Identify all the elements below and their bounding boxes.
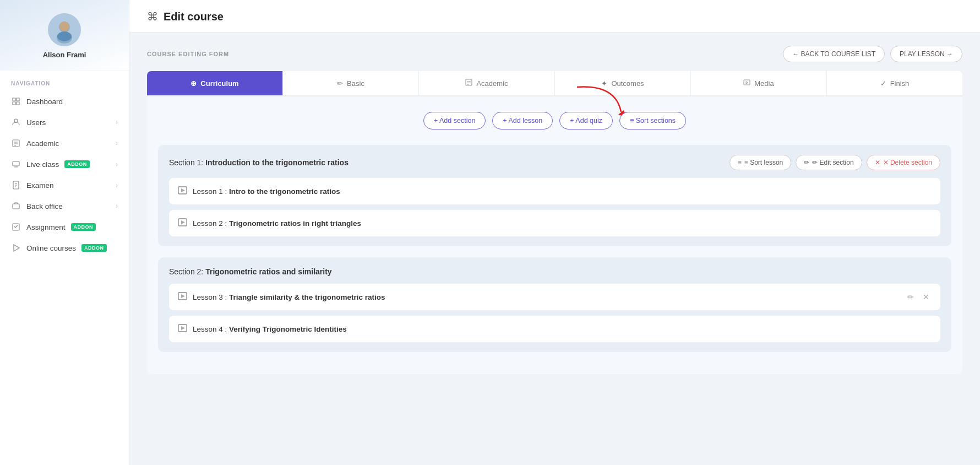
section-2-label: Section 2: <box>169 267 205 276</box>
sidebar-item-examen[interactable]: Examen › <box>0 175 129 196</box>
edit-section-button-s1[interactable]: ✏ ✏ Edit section <box>796 155 862 170</box>
header-buttons: ← BACK TO COURSE LIST PLAY LESSON → <box>783 46 962 62</box>
tab-academic[interactable]: Academic <box>419 71 555 95</box>
back-office-icon <box>11 201 21 211</box>
sort-sections-button[interactable]: ≡ Sort sections <box>619 112 686 129</box>
lesson-1-label: Lesson 1 : <box>193 187 229 196</box>
section-1-label: Section 1: <box>169 158 205 167</box>
lesson-2-title: Trigonometric ratios in right triangles <box>229 219 361 228</box>
lesson-4-title: Verifying Trigonometric Identities <box>229 325 347 333</box>
online-courses-badge: addon <box>81 244 107 252</box>
live-class-icon <box>11 159 21 169</box>
delete-section-button-s1[interactable]: ✕ ✕ Delete section <box>867 155 940 170</box>
sidebar-item-label-dashboard: Dashboard <box>26 98 63 106</box>
sidebar-header: Alison Frami <box>0 0 129 71</box>
lesson-3-edit-button[interactable]: ✏ <box>905 291 916 302</box>
edit-section-label-s1: ✏ Edit section <box>812 159 853 166</box>
svg-marker-19 <box>181 294 185 298</box>
page-header: ⌘ Edit course <box>129 0 980 33</box>
sidebar-item-online-courses[interactable]: Online courses addon <box>0 237 129 258</box>
sidebar-item-assignment[interactable]: Assignment addon <box>0 217 129 237</box>
tab-media-label: Media <box>754 79 774 88</box>
sort-lesson-label-s1: ≡ Sort lesson <box>744 159 783 166</box>
lesson-1-text: Lesson 1 : Intro to the trigonometric ra… <box>193 187 932 196</box>
curriculum-tab-icon: ⊕ <box>190 79 197 88</box>
svg-point-2 <box>59 21 69 31</box>
sidebar-item-back-office[interactable]: Back office › <box>0 196 129 217</box>
sort-lesson-icon-s1: ≡ <box>738 159 742 166</box>
tab-curriculum[interactable]: ⊕ Curriculum <box>147 71 283 95</box>
section-1-title: Section 1: Introduction to the trigonome… <box>169 158 349 167</box>
finish-tab-icon: ✓ <box>880 79 886 88</box>
svg-marker-15 <box>181 188 185 192</box>
add-lesson-button[interactable]: + Add lesson <box>492 112 553 129</box>
lesson-3-delete-button[interactable]: ✕ <box>921 291 932 302</box>
action-buttons: + Add section + Add lesson + Add quiz ≡ … <box>158 112 951 129</box>
section-2-title-text: Trigonometric ratios and similarity <box>205 267 332 276</box>
tab-content-curriculum: + Add section + Add lesson + Add quiz ≡ … <box>147 96 962 374</box>
basic-tab-icon: ✏ <box>337 79 343 88</box>
tab-outcomes[interactable]: ✦ Outcomes <box>555 71 691 95</box>
sidebar-item-label-academic: Academic <box>26 139 59 148</box>
edit-section-icon-s1: ✏ <box>804 159 809 166</box>
back-to-course-list-button[interactable]: ← BACK TO COURSE LIST <box>783 46 885 62</box>
sidebar-item-live-class[interactable]: Live class addon › <box>0 154 129 175</box>
academic-tab-icon <box>465 79 472 88</box>
delete-section-label-s1: ✕ Delete section <box>883 159 932 166</box>
nav-label: NAVIGATION <box>0 71 129 91</box>
online-courses-icon <box>11 243 21 253</box>
svg-rect-12 <box>744 80 750 85</box>
sort-lesson-button-s1[interactable]: ≡ ≡ Sort lesson <box>729 155 791 170</box>
section-card-2: Section 2: Trigonometric ratios and simi… <box>158 257 951 352</box>
play-lesson-button[interactable]: PLAY LESSON → <box>890 46 962 62</box>
sidebar-item-label-online-courses: Online courses <box>26 244 76 252</box>
tab-media[interactable]: Media <box>691 71 827 95</box>
lesson-item-1: Lesson 1 : Intro to the trigonometric ra… <box>169 178 940 204</box>
svg-rect-8 <box>13 204 19 209</box>
academic-icon <box>11 138 21 148</box>
sidebar-item-academic[interactable]: Academic › <box>0 133 129 154</box>
tab-finish-label: Finish <box>890 79 910 88</box>
content-area: COURSE EDITING FORM ← BACK TO COURSE LIS… <box>129 33 980 465</box>
main-content: ⌘ Edit course COURSE EDITING FORM ← BACK… <box>129 0 980 465</box>
svg-point-3 <box>57 31 72 41</box>
svg-rect-6 <box>13 161 19 166</box>
section-2-header: Section 2: Trigonometric ratios and simi… <box>169 267 940 276</box>
user-name: Alison Frami <box>43 51 86 59</box>
section-1-actions: ≡ ≡ Sort lesson ✏ ✏ Edit section ✕ ✕ Del… <box>729 155 940 170</box>
delete-section-icon-s1: ✕ <box>875 159 880 166</box>
sidebar-item-dashboard[interactable]: Dashboard <box>0 91 129 112</box>
tab-basic-label: Basic <box>347 79 364 88</box>
sidebar: Alison Frami NAVIGATION Dashboard Users … <box>0 0 129 465</box>
sidebar-item-users[interactable]: Users › <box>0 112 129 133</box>
add-section-button[interactable]: + Add section <box>423 112 486 129</box>
sidebar-item-label-live-class: Live class <box>26 160 59 169</box>
outcomes-tab-icon: ✦ <box>601 79 607 88</box>
section-1-header: Section 1: Introduction to the trigonome… <box>169 155 940 170</box>
sidebar-item-label-back-office: Back office <box>26 202 63 210</box>
users-arrow-icon: › <box>116 119 118 126</box>
sidebar-item-label-assignment: Assignment <box>26 223 66 231</box>
lesson-2-text: Lesson 2 : Trigonometric ratios in right… <box>193 219 932 228</box>
examen-arrow-icon: › <box>116 182 118 188</box>
edit-course-icon: ⌘ <box>147 10 158 23</box>
course-form-label: COURSE EDITING FORM <box>147 51 229 57</box>
action-row-container: + Add section + Add lesson + Add quiz ≡ … <box>158 112 951 129</box>
live-class-badge: addon <box>64 160 90 168</box>
lesson-3-label: Lesson 3 : <box>193 293 229 301</box>
lesson-item-2: Lesson 2 : Trigonometric ratios in right… <box>169 210 940 236</box>
examen-icon <box>11 180 21 190</box>
svg-marker-10 <box>14 245 19 251</box>
svg-marker-21 <box>181 326 185 330</box>
sidebar-item-label-examen: Examen <box>26 181 54 190</box>
lesson-3-text: Lesson 3 : Triangle similarity & the tri… <box>193 293 900 301</box>
lesson-3-icon <box>178 291 187 302</box>
lesson-1-title: Intro to the trigonometric ratios <box>229 187 340 196</box>
tab-finish[interactable]: ✓ Finish <box>827 71 962 95</box>
tab-basic[interactable]: ✏ Basic <box>283 71 419 95</box>
add-quiz-button[interactable]: + Add quiz <box>559 112 613 129</box>
lesson-2-icon <box>178 218 187 229</box>
users-icon <box>11 117 21 127</box>
dashboard-icon <box>11 96 21 106</box>
lesson-2-label: Lesson 2 : <box>193 219 229 228</box>
